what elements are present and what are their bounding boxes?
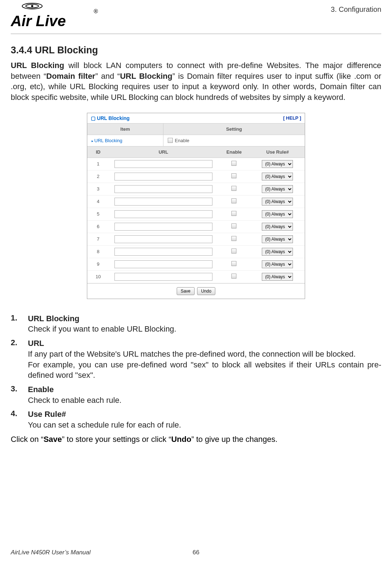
enable-row: URL Blocking Enable <box>87 135 305 146</box>
row-enable-checkbox[interactable] <box>231 236 236 241</box>
item-text: If any part of the Website's URL matches… <box>28 349 381 360</box>
table-row: 6(0) Always <box>87 220 305 233</box>
cell-id: 9 <box>87 258 109 270</box>
svg-text:Air Live: Air Live <box>11 13 66 29</box>
svg-text:®: ® <box>94 8 98 14</box>
cell-id: 7 <box>87 233 109 245</box>
item-text: Check to enable each rule. <box>28 395 381 406</box>
cell-id: 2 <box>87 170 109 183</box>
table-row: 8(0) Always <box>87 245 305 258</box>
enable-label: URL Blocking <box>87 135 163 146</box>
header-use-rule: Use Rule# <box>250 146 305 158</box>
description-list: 1.URL BlockingCheck if you want to enabl… <box>11 313 381 430</box>
item-text: For example, you can use pre-defined wor… <box>28 360 381 381</box>
row-enable-checkbox[interactable] <box>231 161 236 166</box>
table-row: 10(0) Always <box>87 270 305 283</box>
intro-paragraph: URL Blocking will block LAN computers to… <box>11 60 381 103</box>
rule-select[interactable]: (0) Always <box>262 210 293 218</box>
enable-text: Enable <box>175 138 189 143</box>
url-table: ID URL Enable Use Rule# 1(0) Always2(0) … <box>87 146 305 283</box>
rule-select[interactable]: (0) Always <box>262 260 293 268</box>
help-link[interactable]: [ HELP ] <box>283 115 301 121</box>
cell-id: 4 <box>87 195 109 208</box>
row-enable-checkbox[interactable] <box>231 211 236 216</box>
footer-left: AirLive N450R User’s Manual <box>11 549 182 556</box>
breadcrumb: 3. Configuration <box>331 5 381 14</box>
url-input[interactable] <box>114 260 212 268</box>
table-row: 7(0) Always <box>87 233 305 245</box>
enable-checkbox[interactable] <box>168 138 173 143</box>
row-enable-checkbox[interactable] <box>231 223 236 228</box>
column-setting: Setting <box>163 124 305 135</box>
item-number: 4. <box>11 409 28 430</box>
page-footer: AirLive N450R User’s Manual 66 <box>11 549 381 556</box>
url-input[interactable] <box>114 210 212 218</box>
rule-select[interactable]: (0) Always <box>262 160 293 168</box>
undo-button[interactable]: Undo <box>197 287 215 295</box>
item-text: Check if you want to enable URL Blocking… <box>28 324 381 334</box>
rule-select[interactable]: (0) Always <box>262 248 293 256</box>
item-heading: URL <box>28 338 381 349</box>
panel-title: URL Blocking <box>91 115 129 121</box>
item-number: 1. <box>11 313 28 334</box>
item-heading: Use Rule# <box>28 409 381 420</box>
rule-select[interactable]: (0) Always <box>262 235 293 243</box>
row-enable-checkbox[interactable] <box>231 173 236 178</box>
item-number: 3. <box>11 384 28 405</box>
row-enable-checkbox[interactable] <box>231 198 236 203</box>
item-heading: Enable <box>28 384 381 395</box>
cell-id: 8 <box>87 245 109 258</box>
url-input[interactable] <box>114 160 212 168</box>
page-number: 66 <box>182 549 210 556</box>
page-content: 3.4.4 URL Blocking URL Blocking will blo… <box>0 34 392 444</box>
header-enable: Enable <box>218 146 250 158</box>
cell-id: 10 <box>87 270 109 283</box>
column-item: Item <box>87 124 163 135</box>
list-item: 3.EnableCheck to enable each rule. <box>11 384 381 405</box>
rule-select[interactable]: (0) Always <box>262 223 293 231</box>
cell-id: 3 <box>87 183 109 195</box>
header-id: ID <box>87 146 109 158</box>
rule-select[interactable]: (0) Always <box>262 273 293 281</box>
list-item: 4.Use Rule#You can set a schedule rule f… <box>11 409 381 430</box>
svg-point-2 <box>31 5 33 7</box>
row-enable-checkbox[interactable] <box>231 249 236 254</box>
list-item: 2.URLIf any part of the Website's URL ma… <box>11 338 381 381</box>
url-blocking-panel: URL Blocking [ HELP ] Item Setting URL B… <box>87 113 305 299</box>
url-input[interactable] <box>114 273 212 281</box>
item-text: You can set a schedule rule for each of … <box>28 420 381 430</box>
cell-id: 1 <box>87 158 109 170</box>
table-row: 5(0) Always <box>87 208 305 220</box>
row-enable-checkbox[interactable] <box>231 186 236 191</box>
url-input[interactable] <box>114 185 212 193</box>
rule-select[interactable]: (0) Always <box>262 173 293 180</box>
cell-id: 6 <box>87 220 109 233</box>
url-input[interactable] <box>114 248 212 256</box>
section-title: 3.4.4 URL Blocking <box>11 45 381 56</box>
url-input[interactable] <box>114 223 212 231</box>
table-row: 4(0) Always <box>87 195 305 208</box>
url-input[interactable] <box>114 173 212 180</box>
page-header: Air Live ® 3. Configuration <box>11 0 381 34</box>
rule-select[interactable]: (0) Always <box>262 198 293 206</box>
url-input[interactable] <box>114 235 212 243</box>
row-enable-checkbox[interactable] <box>231 261 236 266</box>
panel-header: URL Blocking [ HELP ] <box>87 113 305 124</box>
closing-text: Click on “Save” to store your settings o… <box>11 434 381 445</box>
table-row: 9(0) Always <box>87 258 305 270</box>
save-button[interactable]: Save <box>177 287 194 295</box>
cell-id: 5 <box>87 208 109 220</box>
table-row: 1(0) Always <box>87 158 305 170</box>
item-setting-header: Item Setting <box>87 124 305 135</box>
table-row: 2(0) Always <box>87 170 305 183</box>
url-input[interactable] <box>114 198 212 206</box>
table-row: 3(0) Always <box>87 183 305 195</box>
airlive-logo: Air Live ® <box>11 2 100 34</box>
item-number: 2. <box>11 338 28 381</box>
header-url: URL <box>109 146 218 158</box>
buttons-row: Save Undo <box>87 283 305 299</box>
rule-select[interactable]: (0) Always <box>262 185 293 193</box>
item-heading: URL Blocking <box>28 313 381 324</box>
row-enable-checkbox[interactable] <box>231 274 236 279</box>
list-item: 1.URL BlockingCheck if you want to enabl… <box>11 313 381 334</box>
